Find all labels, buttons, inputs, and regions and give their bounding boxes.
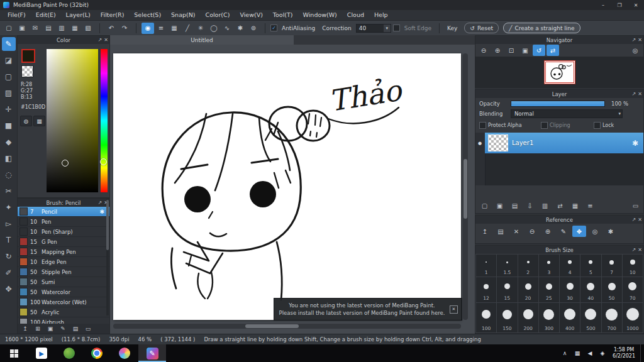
- close-panel-icon[interactable]: ✕: [638, 247, 642, 253]
- select-rect-tool[interactable]: ▢: [2, 70, 16, 84]
- saturation-value-picker[interactable]: [47, 49, 98, 192]
- lock-checkbox[interactable]: Lock: [594, 122, 614, 129]
- snap-focus-icon[interactable]: ⊚: [247, 23, 260, 34]
- taskbar-media-player[interactable]: ▶: [28, 344, 55, 362]
- hue-slider[interactable]: [101, 49, 108, 192]
- menu-select[interactable]: Select(S): [129, 10, 166, 20]
- menu-file[interactable]: File(F): [3, 10, 31, 20]
- canvas-vertical-scrollbar[interactable]: [463, 53, 468, 320]
- crosshair-icon[interactable]: ◎: [588, 226, 602, 237]
- brush-size-12[interactable]: 12: [476, 277, 496, 302]
- brush-item-stipple-pen[interactable]: 50Stipple Pen: [18, 267, 109, 277]
- maximize-button[interactable]: ❐: [611, 0, 628, 10]
- taskbar-clock[interactable]: 1:58 PM 6/2/2021: [613, 347, 635, 359]
- close-panel-icon[interactable]: ✕: [638, 37, 642, 43]
- antialiasing-checkbox[interactable]: ✓ AntiAliasing: [270, 25, 318, 31]
- actual-size-icon[interactable]: ▣: [519, 45, 531, 56]
- close-image-icon[interactable]: ✕: [509, 226, 523, 237]
- popout-icon[interactable]: ↗: [632, 91, 636, 97]
- display-icon[interactable]: ▦: [574, 349, 581, 358]
- merge-down-icon[interactable]: ⇩: [523, 200, 536, 211]
- brush-item-mapping-pen[interactable]: 15Mapping Pen: [18, 247, 109, 257]
- duplicate-layer-icon[interactable]: ▣: [493, 200, 506, 211]
- brush-item-pen-sharp-[interactable]: 10Pen (Sharp): [18, 227, 109, 237]
- import-layer-icon[interactable]: ▥: [538, 200, 552, 211]
- close-panel-icon[interactable]: ✕: [638, 217, 642, 222]
- brush-list-scrollbar[interactable]: [106, 199, 109, 315]
- brush-size-500[interactable]: 500: [580, 303, 601, 332]
- snap-curve-icon[interactable]: ∿: [221, 23, 233, 34]
- flatten-icon[interactable]: ▦: [569, 200, 582, 211]
- eraser-tool[interactable]: ◪: [2, 53, 16, 67]
- hue-cursor[interactable]: [100, 158, 107, 165]
- menu-window[interactable]: Window(W): [298, 10, 342, 20]
- layer-row[interactable]: Layer1 ✱: [485, 133, 643, 153]
- brush-folder-icon[interactable]: ▤: [70, 324, 81, 333]
- volume-icon[interactable]: ◀: [586, 349, 594, 358]
- taskbar-chrome[interactable]: [83, 344, 111, 362]
- brush-size-15[interactable]: 15: [497, 277, 517, 302]
- soft-edge-checkbox[interactable]: Soft Edge: [393, 25, 434, 31]
- save-icon[interactable]: ▣: [16, 23, 28, 34]
- menu-cloud[interactable]: Cloud: [342, 10, 369, 20]
- gradient-tool[interactable]: ◧: [2, 151, 16, 165]
- open-folder-icon[interactable]: ▤: [494, 226, 508, 237]
- document-tab[interactable]: Untitled: [110, 35, 294, 45]
- snap-settings-icon[interactable]: ✱: [234, 23, 247, 34]
- canvas-horizontal-scrollbar[interactable]: [113, 324, 461, 329]
- popout-icon[interactable]: ↗: [98, 200, 103, 206]
- reorder-layer-icon[interactable]: ⇄: [553, 200, 567, 211]
- layout-icon[interactable]: ▧: [82, 23, 94, 34]
- network-icon[interactable]: ◈: [599, 349, 606, 358]
- brush-size-2[interactable]: 2: [518, 255, 538, 277]
- reset-button[interactable]: ↺ Reset: [464, 23, 499, 33]
- hand-tool[interactable]: ✥: [2, 282, 16, 296]
- taskbar-green-app[interactable]: [55, 344, 83, 362]
- zoom-in-icon[interactable]: ⊕: [491, 45, 504, 56]
- brush-size-400[interactable]: 400: [560, 303, 580, 332]
- brush-item-edge-pen[interactable]: 10Edge Pen: [18, 257, 109, 267]
- hidden-icons-chevron[interactable]: ∧: [561, 349, 569, 358]
- save-brush-icon[interactable]: ↥: [19, 324, 31, 333]
- brush-size-300[interactable]: 300: [539, 303, 559, 332]
- brush-item-pen[interactable]: 10Pen: [18, 217, 109, 227]
- control-point-tool[interactable]: ▻: [2, 217, 16, 231]
- new-folder-icon[interactable]: ▤: [508, 200, 521, 211]
- palette-swatch-icon[interactable]: ▦: [33, 116, 45, 126]
- opacity-slider[interactable]: [511, 101, 605, 107]
- brush-size-200[interactable]: 200: [518, 303, 538, 332]
- brush-item-watercolor[interactable]: 50Watercolor: [18, 287, 109, 297]
- scrollbar-thumb[interactable]: [245, 324, 299, 328]
- brush-size-700[interactable]: 700: [602, 303, 622, 332]
- pages-icon[interactable]: ▥: [55, 23, 68, 34]
- popout-icon[interactable]: ↗: [632, 247, 636, 253]
- brush-size-10[interactable]: 10: [623, 255, 643, 277]
- brush-size-5[interactable]: 5: [580, 255, 601, 277]
- zoom-out-icon[interactable]: ⊖: [525, 226, 539, 237]
- close-button[interactable]: ✕: [628, 0, 644, 10]
- eyedropper-tool[interactable]: ✐: [2, 266, 16, 280]
- flip-horizontal-icon[interactable]: ⇄: [547, 45, 559, 56]
- blending-select[interactable]: Normal ▾: [511, 109, 623, 118]
- scrollbar-thumb[interactable]: [106, 200, 109, 250]
- layer-menu-icon[interactable]: ≡: [584, 200, 597, 211]
- navigator-thumbnail[interactable]: [545, 61, 575, 84]
- menu-view[interactable]: View(V): [235, 10, 267, 20]
- comment-icon[interactable]: ✉: [29, 23, 42, 34]
- snap-off-icon[interactable]: ◉: [142, 23, 154, 34]
- lasso-tool[interactable]: ✂: [2, 184, 16, 198]
- brush-size-4[interactable]: 4: [560, 255, 580, 277]
- protect-alpha-checkbox[interactable]: Protect Alpha: [479, 122, 541, 129]
- menu-layer[interactable]: Layer(L): [61, 10, 96, 20]
- menu-color[interactable]: Color(C): [201, 10, 235, 20]
- create-straight-line-button[interactable]: ╱ Create a straight line: [503, 23, 580, 33]
- brush-size-70[interactable]: 70: [623, 277, 643, 302]
- clipping-checkbox[interactable]: Clipping: [541, 122, 594, 129]
- brush-size-50[interactable]: 50: [602, 277, 622, 302]
- popout-icon[interactable]: ↗: [632, 37, 636, 43]
- menu-snap[interactable]: Snap(N): [166, 10, 200, 20]
- export-icon[interactable]: ▤: [42, 23, 55, 34]
- close-panel-icon[interactable]: ✕: [104, 37, 108, 43]
- brush-item-airbrush[interactable]: 100Airbrush: [18, 317, 109, 324]
- menu-help[interactable]: Help: [369, 10, 393, 20]
